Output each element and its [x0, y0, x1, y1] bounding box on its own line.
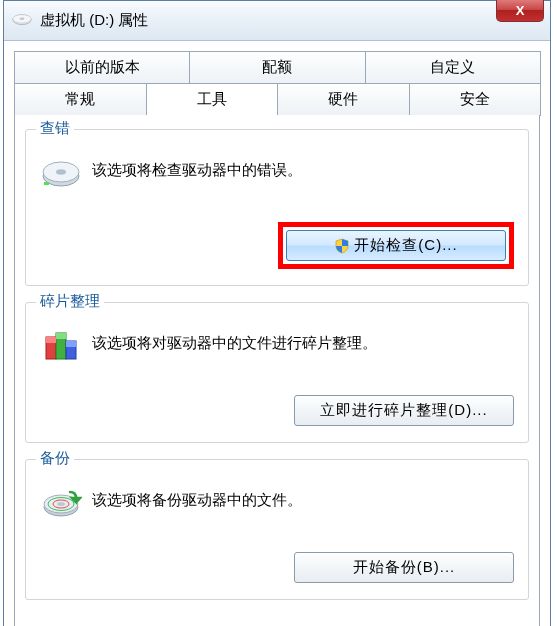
start-check-button[interactable]: 开始检查(C)... [286, 230, 506, 261]
check-description: 该选项将检查驱动器中的错误。 [92, 152, 302, 182]
tab-security[interactable]: 安全 [409, 83, 542, 116]
svg-point-17 [57, 502, 65, 506]
titlebar: 虚拟机 (D:) 属性 X [4, 1, 550, 41]
defrag-now-button[interactable]: 立即进行碎片整理(D)... [294, 395, 514, 426]
svg-point-2 [19, 18, 24, 20]
close-button[interactable]: X [496, 0, 544, 22]
svg-point-5 [56, 169, 66, 175]
drive-icon [12, 13, 32, 29]
tab-row-front: 常规 工具 硬件 安全 [14, 83, 540, 116]
start-backup-label: 开始备份(B)... [353, 558, 456, 577]
svg-rect-6 [44, 182, 49, 185]
backup-icon [40, 482, 82, 524]
defrag-icon [40, 325, 82, 367]
defrag-now-label: 立即进行碎片整理(D)... [320, 401, 487, 420]
content-area: 以前的版本 配额 自定义 常规 工具 硬件 安全 查错 [4, 41, 550, 626]
tab-tools[interactable]: 工具 [146, 83, 279, 116]
backup-description: 该选项将备份驱动器中的文件。 [92, 482, 302, 512]
tab-customize[interactable]: 自定义 [365, 51, 541, 84]
defrag-description: 该选项将对驱动器中的文件进行碎片整理。 [92, 325, 377, 355]
tab-previous-versions[interactable]: 以前的版本 [14, 51, 190, 84]
svg-rect-11 [56, 333, 66, 339]
shield-icon [334, 238, 350, 254]
group-error-check: 查错 该选项将检查驱动器中的错误。 [25, 129, 529, 286]
highlight-frame: 开始检查(C)... [278, 222, 514, 269]
group-title-check: 查错 [36, 119, 74, 138]
tab-hardware[interactable]: 硬件 [277, 83, 410, 116]
start-backup-button[interactable]: 开始备份(B)... [294, 552, 514, 583]
group-backup: 备份 [25, 459, 529, 600]
start-check-label: 开始检查(C)... [354, 236, 457, 255]
properties-dialog: 虚拟机 (D:) 属性 X 以前的版本 配额 自定义 常规 工具 硬件 安全 [3, 0, 551, 626]
group-title-defrag: 碎片整理 [36, 292, 104, 311]
tab-panel-tools: 查错 该选项将检查驱动器中的错误。 [14, 115, 540, 626]
svg-rect-10 [46, 337, 56, 343]
svg-rect-12 [66, 341, 76, 347]
tab-row-back: 以前的版本 配额 自定义 [14, 51, 540, 84]
tabs: 以前的版本 配额 自定义 常规 工具 硬件 安全 查错 [14, 51, 540, 626]
group-title-backup: 备份 [36, 449, 74, 468]
tab-general[interactable]: 常规 [14, 83, 147, 116]
window-title: 虚拟机 (D:) 属性 [40, 11, 542, 30]
group-defrag: 碎片整理 该选项将对驱动器中的文件进行 [25, 302, 529, 443]
close-icon: X [516, 3, 525, 18]
disk-check-icon [40, 152, 82, 194]
tab-quota[interactable]: 配额 [189, 51, 365, 84]
